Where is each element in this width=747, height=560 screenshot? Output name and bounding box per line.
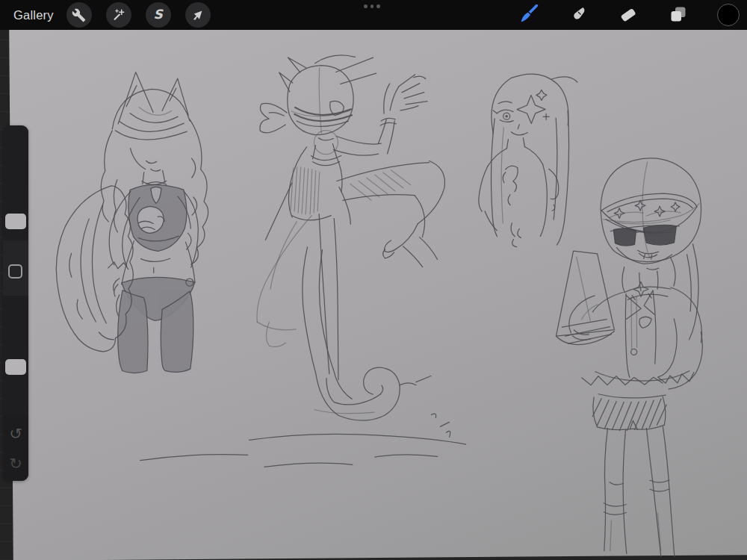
sketch-sparkle-girl: [478, 74, 579, 247]
modify-button[interactable]: [8, 264, 22, 279]
adjustments-button[interactable]: [106, 2, 131, 28]
s-ribbon-icon: S: [154, 7, 163, 22]
sketch-tail-character: [137, 55, 466, 468]
undo-button[interactable]: ↺: [3, 421, 28, 447]
smudge-tool-button[interactable]: [567, 4, 589, 26]
history-section: ↺ ↻: [3, 415, 28, 481]
opacity-slider[interactable]: [3, 296, 28, 415]
layers-button[interactable]: [667, 4, 689, 26]
selection-button[interactable]: S: [146, 2, 171, 28]
brush-icon: [518, 4, 539, 26]
actions-button[interactable]: [66, 2, 92, 28]
brush-sidebar: ↺ ↻: [3, 125, 28, 481]
erase-tool-button[interactable]: [617, 4, 639, 26]
brush-size-handle[interactable]: [5, 214, 26, 229]
left-tool-group: Gallery S: [0, 2, 225, 28]
app-window: Gallery S: [0, 0, 747, 560]
sketch-fox-girl: [55, 72, 209, 374]
layers-icon: [669, 4, 688, 26]
redo-button[interactable]: ↻: [3, 451, 28, 476]
arrow-cursor-icon: [190, 8, 205, 22]
gallery-button[interactable]: Gallery: [13, 8, 54, 22]
pencil-sketch-artwork: [0, 0, 747, 560]
color-swatch[interactable]: [717, 4, 740, 26]
eraser-icon: [619, 4, 638, 26]
right-tool-group: [517, 0, 747, 30]
drawing-canvas[interactable]: [9, 24, 747, 560]
paint-tool-button[interactable]: [517, 4, 539, 26]
canvas-options-dots[interactable]: [364, 4, 380, 8]
wrench-icon: [72, 8, 86, 22]
transform-button[interactable]: [185, 2, 211, 28]
top-toolbar: Gallery S: [0, 0, 747, 30]
opacity-handle[interactable]: [5, 359, 26, 375]
sketch-helmet-kid: [555, 158, 704, 557]
magic-wand-icon: [111, 7, 126, 22]
finger-icon: [568, 4, 588, 26]
